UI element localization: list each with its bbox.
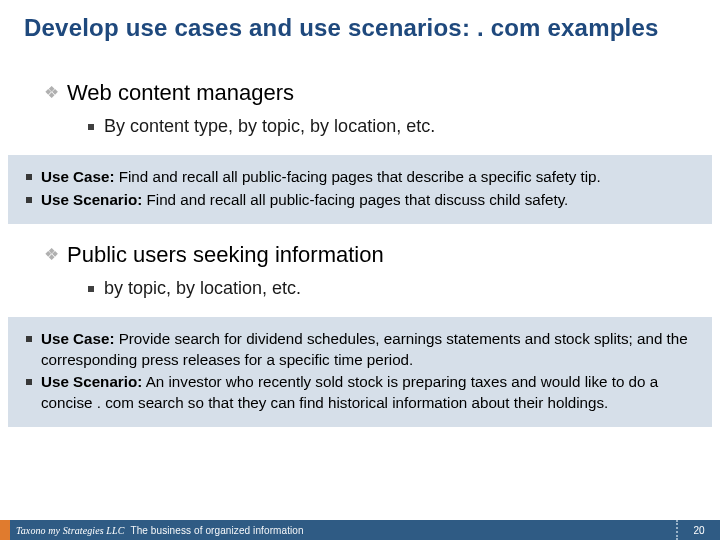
usecase-box-1: Use Case: Find and recall all public-fac… [8,155,712,224]
page-number: 20 [676,520,720,540]
group1-sub: By content type, by topic, by location, … [104,116,435,137]
bullet-row: ❖ Public users seeking information [0,242,720,268]
square-icon [26,379,32,385]
box2-usescenario: Use Scenario: An investor who recently s… [41,372,698,413]
box1-usecase: Use Case: Find and recall all public-fac… [41,167,698,188]
square-icon [88,286,94,292]
box1-usescenario: Use Scenario: Find and recall all public… [41,190,698,211]
us-label: Use Scenario: [41,191,142,208]
footer-accent [0,520,10,540]
square-icon [26,197,32,203]
diamond-icon: ❖ [44,246,59,263]
uc-label: Use Case: [41,330,114,347]
square-icon [26,336,32,342]
section-public-users: ❖ Public users seeking information by to… [0,242,720,299]
uc-text: Provide search for dividend schedules, e… [41,330,688,368]
usecase-box-2: Use Case: Provide search for dividend sc… [8,317,712,427]
footer-bar: Taxono my Strategies LLC The business of… [10,520,676,540]
group2-sub: by topic, by location, etc. [104,278,301,299]
sub-bullet-row: By content type, by topic, by location, … [0,116,720,137]
diamond-icon: ❖ [44,84,59,101]
box-row: Use Case: Provide search for dividend sc… [22,329,698,370]
uc-text: Find and recall all public-facing pages … [114,168,600,185]
footer-tagline: The business of organized information [130,525,303,536]
group2-heading: Public users seeking information [67,242,384,268]
footer-company: Taxono my Strategies LLC [16,525,124,536]
footer: Taxono my Strategies LLC The business of… [0,520,720,540]
bullet-row: ❖ Web content managers [0,80,720,106]
box-row: Use Scenario: Find and recall all public… [22,190,698,211]
square-icon [26,174,32,180]
box-row: Use Case: Find and recall all public-fac… [22,167,698,188]
us-text: Find and recall all public-facing pages … [142,191,568,208]
uc-label: Use Case: [41,168,114,185]
box2-usecase: Use Case: Provide search for dividend sc… [41,329,698,370]
us-label: Use Scenario: [41,373,142,390]
sub-bullet-row: by topic, by location, etc. [0,278,720,299]
box-row: Use Scenario: An investor who recently s… [22,372,698,413]
slide-title: Develop use cases and use scenarios: . c… [0,0,720,42]
square-icon [88,124,94,130]
group1-heading: Web content managers [67,80,294,106]
section-web-content-managers: ❖ Web content managers By content type, … [0,80,720,137]
